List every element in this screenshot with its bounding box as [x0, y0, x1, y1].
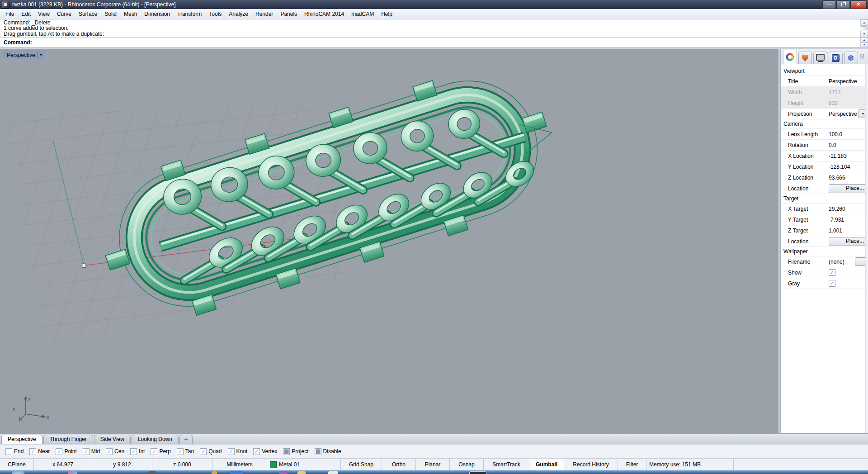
taskbar-app-icon[interactable] [297, 471, 306, 474]
scroll-up-icon[interactable]: ▲ [860, 19, 868, 26]
status-planar[interactable]: Planar [416, 459, 450, 470]
new-viewport-tab-button[interactable]: ✛ [179, 435, 193, 444]
osnap-mid[interactable]: ✓Mid [83, 448, 100, 455]
viewport-canvas[interactable]: z x y [0, 49, 778, 433]
status-record-history[interactable]: Record History [564, 459, 618, 470]
status-units[interactable]: Millimeters [212, 459, 267, 470]
prop-row-camera-location: Location Place... [781, 183, 868, 194]
viewport-tab-looking-down[interactable]: Looking Down [132, 435, 179, 444]
osnap-perp[interactable]: ✓Perp [151, 448, 170, 455]
osnap-int[interactable]: ✓Int [130, 448, 145, 455]
menu-transform[interactable]: Transform [174, 9, 205, 19]
menu-render[interactable]: Render [252, 9, 277, 19]
menu-dimension[interactable]: Dimension [141, 9, 174, 19]
prop-value[interactable]: 0.0 [827, 140, 868, 150]
status-memory: Memory use: 151 MB [646, 459, 734, 470]
status-gumball[interactable]: Gumball [529, 459, 564, 470]
viewport-menu-caret-icon[interactable]: ▼ [37, 52, 45, 59]
taskbar-app-icon[interactable] [230, 471, 243, 474]
menu-solid[interactable]: Solid [101, 9, 120, 19]
viewport-tab-strip: Perspective Through Finger Side View Loo… [0, 433, 868, 444]
viewport-tab-through-finger[interactable]: Through Finger [43, 435, 93, 444]
prop-value[interactable]: (none) ... [827, 256, 868, 267]
osnap-end[interactable]: End [5, 448, 24, 455]
taskbar-app-icon[interactable] [68, 471, 77, 474]
menu-edit[interactable]: Edit [18, 9, 34, 19]
tab-material[interactable] [798, 52, 812, 64]
scroll-down-icon[interactable]: ▼ [860, 31, 868, 37]
menu-curve[interactable]: Curve [53, 9, 75, 19]
panel-gear-icon[interactable]: ⚙ [859, 53, 865, 60]
osnap-near[interactable]: ✓Near [29, 448, 50, 455]
status-ortho[interactable]: Ortho [382, 459, 416, 470]
scroll-thumb[interactable] [861, 26, 868, 30]
minimize-button[interactable]: — [822, 0, 836, 9]
command-history-scrollbar[interactable]: ▲ ▼ [860, 19, 868, 37]
osnap-vertex[interactable]: ✓Vertex [253, 448, 277, 455]
prop-value[interactable]: -128.104 [827, 161, 868, 172]
menu-file[interactable]: File [2, 9, 18, 19]
prop-value[interactable]: Perspective [827, 76, 868, 86]
prop-value[interactable]: 93.666 [827, 172, 868, 183]
osnap-project[interactable]: Project [283, 448, 308, 455]
prop-label: Rotation [781, 142, 827, 148]
tab-display[interactable] [813, 52, 827, 64]
osnap-knot[interactable]: ✓Knot [228, 448, 248, 455]
command-prompt-spinner[interactable]: ▲ ▼ [860, 38, 868, 47]
spinner-down-icon[interactable]: ▼ [860, 43, 868, 47]
taskbar-app-icon[interactable] [328, 471, 338, 474]
taskbar-app-icon[interactable] [212, 471, 217, 474]
menu-mesh[interactable]: Mesh [120, 9, 141, 19]
taskbar-app-icon[interactable] [469, 471, 486, 474]
prop-value[interactable]: Perspective ▼ [827, 109, 868, 119]
prop-value: 833 [827, 98, 868, 108]
prop-value[interactable]: -7.931 [827, 214, 868, 225]
status-filter[interactable]: Filter [618, 459, 646, 470]
command-prompt[interactable]: Command: ▲ ▼ [0, 38, 868, 47]
osnap-disable[interactable]: Disable [315, 448, 341, 455]
status-cplane[interactable]: CPlane [0, 459, 34, 470]
status-osnap[interactable]: Osnap [450, 459, 484, 470]
menu-panels[interactable]: Panels [277, 9, 301, 19]
tab-help[interactable] [829, 52, 843, 64]
menu-analyze[interactable]: Analyze [225, 9, 252, 19]
tab-object[interactable] [844, 52, 858, 64]
viewport-tab-perspective[interactable]: Perspective [1, 435, 42, 444]
model-3d[interactable] [85, 52, 569, 336]
osnap-point[interactable]: ✓Point [56, 448, 76, 455]
menu-help[interactable]: Help [377, 9, 396, 19]
panel-scrollbar[interactable] [865, 64, 868, 433]
prop-value[interactable]: 100.0 [827, 129, 868, 139]
gray-checkbox[interactable]: ✓ [829, 280, 835, 287]
viewport-title-menu[interactable]: Perspective ▼ [4, 51, 45, 59]
target-place-button[interactable]: Place... [829, 237, 868, 246]
show-checkbox[interactable]: ✓ [829, 269, 835, 276]
prop-row-ztarget: Z Target 1.001 [781, 225, 868, 236]
close-button[interactable]: ✕ [850, 0, 867, 9]
menu-rhinocam[interactable]: RhinoCAM 2014 [301, 9, 348, 19]
menu-tools[interactable]: Tools [205, 9, 225, 19]
restore-button[interactable] [836, 0, 850, 9]
osnap-tan[interactable]: ✓Tan [177, 448, 194, 455]
menu-view[interactable]: View [34, 9, 53, 19]
prop-value[interactable]: 29.260 [827, 204, 868, 214]
osnap-quad[interactable]: ✓Quad [200, 448, 222, 455]
status-grid-snap[interactable]: Grid Snap [341, 459, 382, 470]
app-icon[interactable] [2, 1, 9, 9]
menu-madcam[interactable]: madCAM [348, 9, 377, 19]
taskbar-app-icon[interactable] [279, 471, 288, 474]
camera-place-button[interactable]: Place... [829, 184, 868, 193]
prop-value[interactable]: -11.183 [827, 151, 868, 161]
perspective-viewport[interactable]: z x y Perspective ▼ [0, 49, 778, 433]
status-layer[interactable]: Metal 01 [267, 459, 341, 470]
spinner-up-icon[interactable]: ▲ [860, 38, 868, 43]
status-smarttrack[interactable]: SmartTrack [484, 459, 529, 470]
taskbar-app-icon[interactable] [148, 471, 156, 474]
prop-value[interactable]: 1.001 [827, 225, 868, 236]
command-history-line: Command: _Delete [4, 20, 858, 25]
start-orb[interactable] [12, 471, 24, 474]
viewport-tab-side-view[interactable]: Side View [94, 435, 131, 444]
tab-properties[interactable] [783, 50, 797, 64]
osnap-cen[interactable]: ✓Cen [106, 448, 124, 455]
menu-surface[interactable]: Surface [75, 9, 101, 19]
